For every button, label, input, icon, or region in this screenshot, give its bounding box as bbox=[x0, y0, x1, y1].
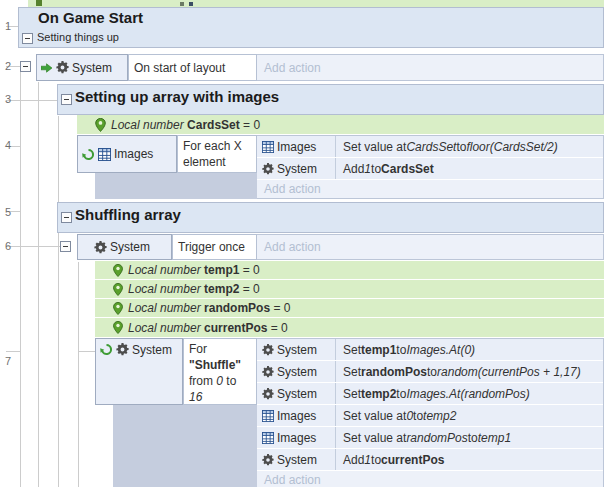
action-text: Set value at randomPos to temp1 bbox=[335, 427, 603, 448]
condition-cell[interactable]: For each X element bbox=[177, 135, 257, 173]
system-gear-icon bbox=[94, 241, 107, 254]
action-row[interactable]: System Add 1 to currentPos bbox=[257, 449, 603, 471]
action-object-label: Images bbox=[277, 140, 316, 154]
action-row[interactable]: System Set randomPos to random(currentPo… bbox=[257, 361, 603, 383]
event-object-label: Images bbox=[114, 147, 153, 161]
system-gear-icon bbox=[56, 61, 69, 74]
system-gear-icon bbox=[116, 343, 129, 356]
text-fragment bbox=[189, 2, 193, 6]
variable-declaration: Local number temp1 = 0 bbox=[128, 263, 260, 277]
action-object-label: System bbox=[277, 162, 317, 176]
collapse-icon[interactable] bbox=[60, 241, 71, 252]
variable-declaration: Local number temp2 = 0 bbox=[128, 282, 260, 296]
event-object-cell[interactable]: Images bbox=[77, 135, 177, 173]
action-text: Add 1 to currentPos bbox=[335, 449, 603, 470]
system-gear-icon bbox=[262, 163, 274, 175]
actions-area: Add action bbox=[257, 54, 604, 81]
action-row[interactable]: System Add 1 to CardsSet bbox=[257, 158, 603, 180]
action-row[interactable]: System Set temp2 to Images.At(randomPos) bbox=[257, 383, 603, 405]
variable-declaration: Local number currentPos = 0 bbox=[128, 321, 288, 335]
system-gear-icon bbox=[262, 344, 274, 356]
local-variable-pin-icon bbox=[113, 264, 123, 277]
event-filler bbox=[95, 173, 257, 199]
group-title: Shuffling array bbox=[75, 206, 181, 223]
tree-line bbox=[58, 116, 59, 487]
event-object-label: System bbox=[132, 343, 172, 357]
add-action-label: Add action bbox=[264, 473, 321, 487]
row-number: 3 bbox=[1, 93, 15, 105]
group-title: Setting up array with images bbox=[75, 88, 279, 105]
local-variable-row[interactable]: Local number temp1 = 0 bbox=[95, 261, 604, 280]
action-object-label: System bbox=[277, 387, 317, 401]
loop-icon bbox=[82, 148, 95, 161]
condition-text: Trigger once bbox=[178, 239, 245, 255]
images-array-icon bbox=[98, 148, 111, 161]
tree-tick bbox=[6, 351, 20, 352]
action-row[interactable]: Images Set value at randomPos to temp1 bbox=[257, 427, 603, 449]
images-array-icon bbox=[262, 410, 274, 422]
tree-line bbox=[20, 72, 21, 487]
add-action-label: Add action bbox=[264, 61, 321, 75]
actions-area: System Set temp1 to Images.At(0) System … bbox=[257, 338, 604, 487]
trigger-arrow-icon bbox=[41, 63, 53, 73]
action-row[interactable]: System Set temp1 to Images.At(0) bbox=[257, 339, 603, 361]
tree-tick bbox=[78, 351, 95, 352]
action-text: Set value at 0 to temp2 bbox=[335, 405, 603, 426]
system-gear-icon bbox=[262, 454, 274, 466]
tree-line bbox=[78, 262, 79, 487]
event-filler bbox=[113, 405, 257, 487]
local-variable-row[interactable]: Local number temp2 = 0 bbox=[95, 280, 604, 299]
system-gear-icon bbox=[262, 388, 274, 400]
local-variable-row[interactable]: Local number randomPos = 0 bbox=[95, 299, 604, 318]
add-action-label: Add action bbox=[264, 240, 321, 254]
action-object-label: Images bbox=[277, 409, 316, 423]
event-object-cell[interactable]: System bbox=[36, 54, 128, 81]
event-object-cell[interactable]: System bbox=[95, 338, 183, 405]
loop-icon bbox=[100, 343, 113, 356]
local-variable-row[interactable]: Local number currentPos = 0 bbox=[95, 318, 604, 338]
collapse-icon[interactable] bbox=[61, 212, 72, 223]
action-text: Add 1 to CardsSet bbox=[335, 158, 603, 179]
condition-cell[interactable]: On start of layout bbox=[128, 54, 257, 81]
event-object-label: System bbox=[72, 61, 112, 75]
text-fragment bbox=[180, 2, 184, 6]
local-variable-pin-icon bbox=[113, 321, 123, 334]
pin-icon-fragment bbox=[36, 0, 42, 6]
add-action[interactable]: Add action bbox=[257, 235, 603, 259]
local-variable-pin-icon bbox=[95, 118, 106, 132]
event-sheet: 1 2 3 4 5 6 7 On Game Start Setting thin… bbox=[0, 0, 609, 487]
row-number: 4 bbox=[1, 139, 15, 151]
action-text: Set value at CardsSet to floor(CardsSet/… bbox=[335, 136, 603, 157]
add-action[interactable]: Add action bbox=[257, 471, 603, 487]
action-object-label: Images bbox=[277, 431, 316, 445]
local-variable-pin-icon bbox=[113, 302, 123, 315]
row-number: 1 bbox=[1, 20, 15, 32]
system-gear-icon bbox=[262, 366, 274, 378]
row-number: 7 bbox=[1, 355, 15, 367]
condition-cell[interactable]: For "Shuffle" from 0 to 16 bbox=[183, 338, 257, 405]
actions-area: Add action bbox=[257, 234, 604, 260]
partial-variable-row bbox=[28, 0, 604, 7]
action-text: Set temp1 to Images.At(0) bbox=[335, 339, 603, 360]
action-row[interactable]: Images Set value at CardsSet to floor(Ca… bbox=[257, 136, 603, 158]
group-subtitle: Setting things up bbox=[37, 31, 119, 43]
variable-declaration: Local number randomPos = 0 bbox=[128, 301, 290, 315]
variable-declaration: Local number CardsSet = 0 bbox=[111, 118, 260, 132]
collapse-icon[interactable] bbox=[61, 94, 72, 105]
add-action[interactable]: Add action bbox=[257, 180, 603, 198]
add-action[interactable]: Add action bbox=[257, 55, 603, 80]
add-action-label: Add action bbox=[264, 182, 321, 196]
local-variable-pin-icon bbox=[113, 283, 123, 296]
local-variable-row[interactable]: Local number CardsSet = 0 bbox=[77, 115, 604, 135]
collapse-icon[interactable] bbox=[20, 61, 31, 72]
action-text: Set randomPos to random(currentPos + 1,1… bbox=[335, 361, 603, 382]
tree-line bbox=[38, 82, 39, 487]
event-object-cell[interactable]: System bbox=[77, 234, 172, 260]
actions-area: Images Set value at CardsSet to floor(Ca… bbox=[257, 135, 604, 199]
condition-text: On start of layout bbox=[134, 60, 225, 76]
action-row[interactable]: Images Set value at 0 to temp2 bbox=[257, 405, 603, 427]
images-array-icon bbox=[262, 141, 274, 153]
action-object-label: System bbox=[277, 343, 317, 357]
collapse-icon[interactable] bbox=[22, 33, 33, 44]
condition-cell[interactable]: Trigger once bbox=[172, 234, 257, 260]
